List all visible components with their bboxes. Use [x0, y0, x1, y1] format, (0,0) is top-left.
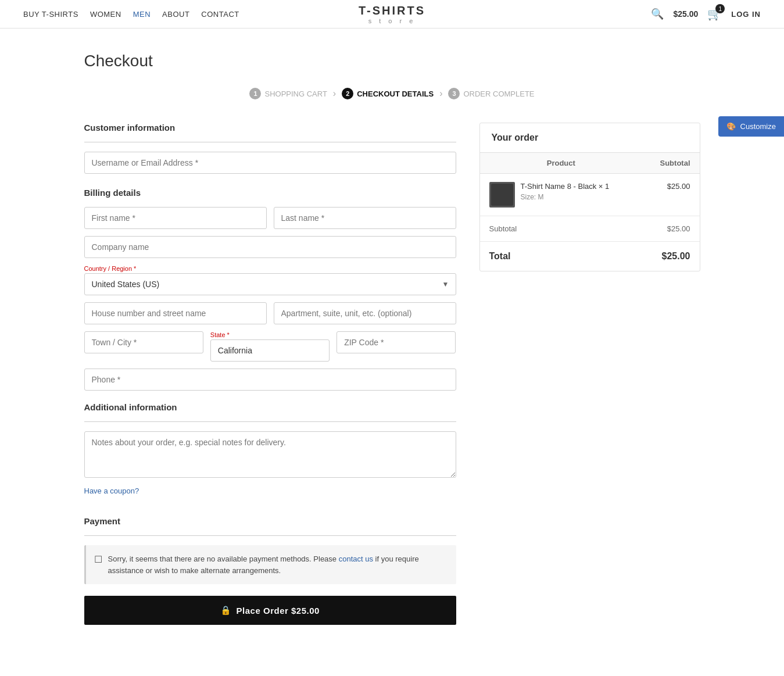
payment-notice: ☐ Sorry, it seems that there are no avai…	[84, 545, 456, 584]
subtotal-label: Subtotal	[480, 216, 643, 242]
step-label-1: SHOPPING CART	[264, 90, 327, 98]
product-thumbnail	[489, 182, 515, 208]
step-separator-1: ›	[333, 88, 336, 99]
col-subtotal: Subtotal	[642, 153, 699, 174]
search-button[interactable]: 🔍	[651, 8, 664, 20]
nav-link-buy-tshirts[interactable]: BUY T-SHIRTS	[23, 10, 78, 19]
customer-info-title: Customer information	[84, 123, 456, 133]
country-field: Country / Region * United States (US) ▼	[84, 265, 456, 295]
main-content: Checkout 1 SHOPPING CART › 2 CHECKOUT DE…	[73, 28, 712, 648]
lock-icon: 🔒	[220, 605, 232, 616]
product-price: $25.00	[642, 174, 699, 216]
nav-link-men[interactable]: MEN	[133, 10, 151, 19]
checkout-steps: 1 SHOPPING CART › 2 CHECKOUT DETAILS › 3…	[84, 88, 700, 99]
order-summary-title: Your order	[480, 123, 700, 152]
apt-input[interactable]	[274, 302, 456, 324]
product-info: T-Shirt Name 8 - Black × 1 Size: M	[521, 182, 610, 201]
nav-link-contact[interactable]: CONTACT	[201, 10, 239, 19]
logo-title: T-SHIRTS	[359, 4, 425, 17]
zip-input[interactable]	[336, 331, 456, 353]
last-name-field	[274, 207, 456, 229]
payment-notice-text: Sorry, it seems that there are no availa…	[108, 553, 448, 576]
logo-subtitle: s t o r e	[359, 17, 425, 24]
payment-title: Payment	[84, 516, 456, 526]
step-num-2: 2	[342, 88, 353, 99]
col-product: Product	[480, 153, 643, 174]
page-title: Checkout	[84, 52, 700, 70]
subtotal-row: Subtotal $25.00	[480, 216, 700, 242]
additional-title: Additional information	[84, 402, 456, 412]
phone-field	[84, 369, 456, 391]
product-size: Size: M	[521, 193, 610, 201]
place-order-label: Place Order $25.00	[237, 606, 320, 616]
cart-price: $25.00	[673, 9, 698, 19]
cart-badge: 1	[715, 4, 725, 13]
contact-link[interactable]: contact us	[339, 555, 373, 563]
house-field	[84, 302, 267, 324]
total-label: Total	[480, 242, 643, 271]
last-name-input[interactable]	[274, 207, 456, 229]
subtotal-value: $25.00	[642, 216, 699, 242]
country-select[interactable]: United States (US)	[84, 273, 456, 295]
country-select-wrapper: United States (US) ▼	[84, 273, 456, 295]
email-input[interactable]	[84, 152, 456, 174]
additional-divider	[84, 421, 456, 422]
city-field	[84, 331, 203, 362]
product-thumb-inner	[491, 184, 513, 206]
step-num-3: 3	[448, 88, 460, 99]
state-field: State * California	[210, 331, 330, 362]
notes-textarea[interactable]	[84, 431, 456, 478]
phone-input[interactable]	[84, 369, 456, 391]
customer-info-divider	[84, 142, 456, 142]
house-input[interactable]	[84, 302, 267, 324]
first-name-input[interactable]	[84, 207, 267, 229]
step-num-1: 1	[249, 88, 261, 99]
step-separator-2: ›	[439, 88, 442, 99]
customize-button[interactable]: 🎨 Customize	[718, 116, 784, 137]
step-label-2: CHECKOUT DETAILS	[357, 90, 434, 98]
zip-field	[336, 331, 456, 362]
company-row	[84, 236, 456, 258]
total-value: $25.00	[642, 242, 699, 271]
order-product-row: T-Shirt Name 8 - Black × 1 Size: M $25.0…	[480, 174, 700, 216]
product-name: T-Shirt Name 8 - Black × 1	[521, 182, 610, 191]
payment-divider	[84, 535, 456, 536]
step-order-complete[interactable]: 3 ORDER COMPLETE	[448, 88, 534, 99]
place-order-button[interactable]: 🔒 Place Order $25.00	[84, 596, 456, 625]
header-right: 🔍 $25.00 🛒 1 LOG IN	[651, 7, 761, 21]
step-label-3: ORDER COMPLETE	[463, 90, 534, 98]
coupon-link[interactable]: Have a coupon?	[84, 487, 139, 495]
customize-label: Customize	[740, 122, 776, 131]
name-row	[84, 207, 456, 229]
main-nav: BUY T-SHIRTSWOMENMENABOUTCONTACT	[23, 10, 239, 19]
company-input[interactable]	[84, 236, 456, 258]
login-button[interactable]: LOG IN	[731, 10, 761, 19]
checkout-layout: Customer information Billing details	[84, 123, 700, 625]
apt-field	[274, 302, 456, 324]
nav-link-about[interactable]: ABOUT	[162, 10, 189, 19]
step-shopping-cart[interactable]: 1 SHOPPING CART	[249, 88, 327, 99]
email-field-wrapper	[84, 152, 456, 174]
nav-link-women[interactable]: WOMEN	[90, 10, 121, 19]
phone-row	[84, 369, 456, 391]
company-field	[84, 236, 456, 258]
email-row	[84, 152, 456, 174]
city-state-row: State * California	[84, 331, 456, 362]
payment-notice-icon: ☐	[94, 554, 102, 565]
site-header: BUY T-SHIRTSWOMENMENABOUTCONTACT T-SHIRT…	[0, 0, 784, 28]
city-input[interactable]	[84, 331, 203, 353]
step-checkout-details[interactable]: 2 CHECKOUT DETAILS	[342, 88, 434, 99]
customize-icon: 🎨	[726, 122, 736, 131]
country-label: Country / Region *	[84, 265, 456, 272]
state-label: State *	[210, 331, 330, 338]
order-summary: Your order Product Subtotal	[479, 123, 700, 271]
product-cell: T-Shirt Name 8 - Black × 1 Size: M	[489, 182, 633, 208]
billing-title: Billing details	[84, 188, 456, 198]
total-row: Total $25.00	[480, 242, 700, 271]
state-select[interactable]: California	[210, 339, 330, 362]
address-row	[84, 302, 456, 324]
site-logo: T-SHIRTS s t o r e	[359, 4, 425, 24]
cart-button[interactable]: 🛒 1	[707, 7, 722, 21]
first-name-field	[84, 207, 267, 229]
order-table: Product Subtotal T-Shirt Name 8	[480, 152, 700, 271]
